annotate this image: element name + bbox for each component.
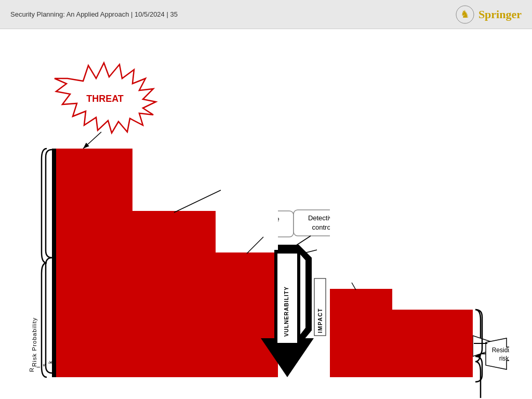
detective-label-line2: control [312, 223, 332, 231]
step4-white-top [392, 149, 473, 310]
springer-horse-icon: ♞ [456, 5, 474, 24]
left-bracket [46, 150, 52, 373]
bar2-redraw [132, 211, 216, 377]
residual-text-line2: risk [499, 355, 509, 362]
diagram-container: THREAT Risk Prob abi lit [21, 55, 509, 398]
bar4-redraw [330, 289, 392, 377]
threat-arrow [83, 132, 101, 149]
step2-white-top [216, 149, 278, 252]
header-title: Security Planning: An Applied Approach |… [10, 10, 178, 18]
svg-text:IMPACT: IMPACT [317, 308, 323, 333]
svg-marker-3 [486, 338, 509, 369]
bar1-redraw [55, 149, 132, 377]
bar3-redraw [216, 252, 278, 377]
springer-logo-text: Springer [478, 8, 522, 21]
springer-logo: ♞ Springer [456, 5, 522, 24]
bar5-redraw [392, 310, 473, 377]
security-diagram-svg: THREAT Risk Prob abi lit [21, 55, 509, 398]
threat-label: THREAT [86, 94, 124, 104]
header: Security Planning: An Applied Approach |… [0, 0, 532, 29]
bar1-black-border [52, 149, 56, 377]
main-content: THREAT Risk Prob abi lit [0, 29, 532, 399]
step1-white-top [132, 149, 216, 211]
risk-prob-vertical: Risk Probability [31, 317, 37, 367]
residual-text-line1: Residual [492, 347, 509, 354]
svg-text:VULNERABILITY: VULNERABILITY [283, 286, 289, 337]
impact-text-group: IMPACT [314, 278, 326, 336]
svg-text:♞: ♞ [460, 8, 470, 20]
residual-risk-group: Residual risk [486, 338, 509, 369]
step3-white-top [330, 149, 392, 289]
